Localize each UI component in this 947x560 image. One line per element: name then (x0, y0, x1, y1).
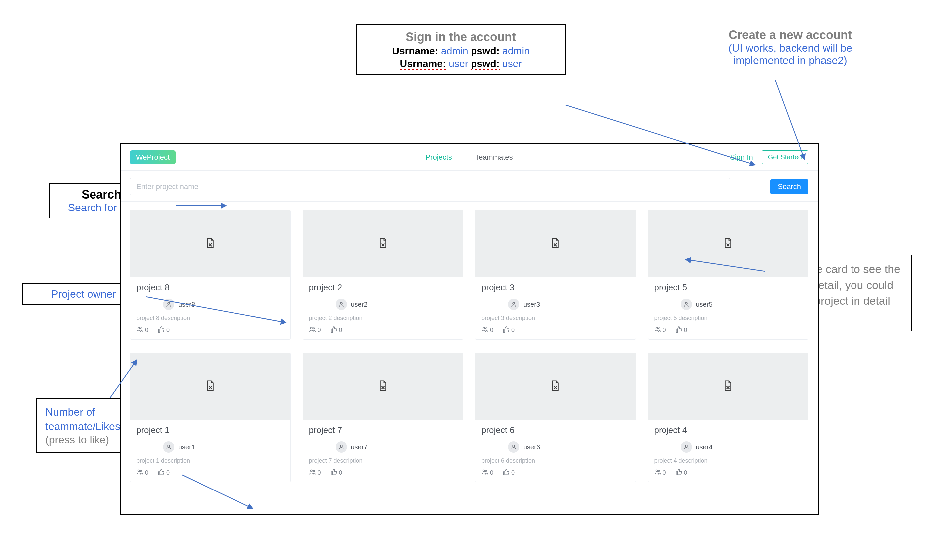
card-stats: 0 0 (136, 326, 284, 335)
likes-count: 0 (511, 326, 515, 334)
likes-count: 0 (684, 326, 688, 334)
app-frame: WeProject Projects Teammates Sign In Get… (120, 143, 819, 515)
members-stat[interactable]: 0 (136, 326, 148, 335)
callout-signin-cred1: Usrname: admin pswd: admin (366, 45, 556, 57)
signin-link[interactable]: Sign In (730, 153, 753, 162)
search-button[interactable]: Search (770, 179, 808, 194)
card-title: project 3 (481, 282, 629, 292)
card-body: project 7 user7 project 7 description 0 … (303, 420, 463, 482)
svg-point-3 (138, 327, 140, 329)
members-count: 0 (663, 326, 666, 334)
card-owner-name: user7 (351, 443, 368, 451)
members-count: 0 (145, 469, 148, 476)
members-stat[interactable]: 0 (309, 468, 321, 477)
members-count: 0 (663, 469, 666, 476)
logo[interactable]: WeProject (130, 150, 176, 164)
card-description: project 3 description (481, 315, 629, 322)
project-card[interactable]: project 3 user3 project 3 description 0 … (475, 210, 636, 340)
file-icon (205, 237, 216, 251)
likes-stat[interactable]: 0 (330, 468, 342, 477)
card-cover (130, 211, 290, 277)
team-icon (481, 326, 489, 335)
members-stat[interactable]: 0 (481, 468, 494, 477)
svg-point-34 (486, 470, 487, 472)
svg-point-33 (483, 470, 485, 472)
nav-teammates[interactable]: Teammates (475, 153, 513, 162)
avatar-icon (336, 298, 347, 310)
card-stats: 0 0 (309, 468, 457, 477)
callout-signin: Sign in the account Usrname: admin pswd:… (356, 24, 566, 75)
team-icon (481, 468, 489, 477)
search-input[interactable] (130, 178, 730, 195)
callout-signin-title: Sign in the account (366, 30, 556, 44)
thumbs-up-icon (330, 468, 338, 477)
card-body: project 8 user8 project 8 description 0 … (130, 277, 290, 339)
members-count: 0 (318, 469, 321, 476)
members-stat[interactable]: 0 (309, 326, 321, 335)
members-count: 0 (318, 326, 321, 334)
card-body: project 2 user2 project 2 description 0 … (303, 277, 463, 339)
svg-point-32 (513, 445, 515, 447)
team-icon (654, 468, 662, 477)
file-icon (722, 237, 734, 251)
team-icon (654, 326, 662, 335)
card-title: project 1 (136, 425, 284, 435)
project-card[interactable]: project 4 user4 project 4 description 0 … (648, 353, 808, 482)
members-stat[interactable]: 0 (136, 468, 148, 477)
thumbs-up-icon (503, 326, 510, 335)
avatar-icon (508, 298, 520, 310)
card-cover (303, 211, 463, 277)
svg-point-19 (658, 328, 660, 329)
project-grid-wrap: project 8 user8 project 8 description 0 … (121, 202, 817, 482)
card-title: project 5 (654, 282, 802, 292)
svg-point-28 (310, 470, 312, 472)
project-card[interactable]: project 7 user7 project 7 description 0 … (303, 353, 464, 482)
project-card[interactable]: project 8 user8 project 8 description 0 … (130, 210, 291, 340)
get-started-button[interactable]: Get Started (762, 150, 808, 164)
thumbs-up-icon (330, 326, 338, 335)
svg-point-27 (341, 445, 342, 447)
likes-stat[interactable]: 0 (158, 326, 170, 335)
svg-point-22 (168, 445, 170, 447)
svg-point-8 (310, 327, 312, 329)
svg-point-4 (140, 328, 142, 329)
card-owner-row: user7 (309, 441, 457, 452)
file-icon (377, 379, 389, 394)
callout-create-sub: (UI works, backend will be implemented i… (703, 42, 878, 66)
likes-stat[interactable]: 0 (503, 468, 515, 477)
members-count: 0 (490, 326, 494, 334)
card-body: project 4 user4 project 4 description 0 … (648, 420, 808, 482)
likes-count: 0 (684, 469, 688, 476)
team-icon (136, 468, 144, 477)
members-stat[interactable]: 0 (654, 468, 666, 477)
svg-point-2 (168, 302, 170, 304)
avatar-icon (163, 441, 174, 452)
members-count: 0 (145, 326, 148, 334)
nav-center: Projects Teammates (425, 153, 513, 162)
card-cover (475, 353, 635, 420)
members-stat[interactable]: 0 (654, 326, 666, 335)
likes-count: 0 (339, 326, 342, 334)
card-cover (130, 353, 290, 420)
project-card[interactable]: project 6 user6 project 6 description 0 … (475, 353, 636, 482)
card-stats: 0 0 (309, 326, 457, 335)
svg-point-9 (313, 328, 315, 329)
project-card[interactable]: project 5 user5 project 5 description 0 … (648, 210, 808, 340)
members-stat[interactable]: 0 (481, 326, 494, 335)
likes-stat[interactable]: 0 (676, 326, 688, 335)
card-owner-row: user3 (481, 298, 629, 310)
likes-stat[interactable]: 0 (330, 326, 342, 335)
avatar-icon (336, 441, 347, 452)
project-card[interactable]: project 1 user1 project 1 description 0 … (130, 353, 291, 482)
likes-stat[interactable]: 0 (158, 468, 170, 477)
svg-point-12 (513, 302, 515, 304)
likes-count: 0 (167, 326, 170, 334)
likes-stat[interactable]: 0 (676, 468, 688, 477)
card-stats: 0 0 (481, 326, 629, 335)
card-owner-name: user1 (178, 443, 195, 451)
card-owner-row: user4 (654, 441, 802, 452)
card-owner-name: user8 (178, 301, 195, 308)
likes-stat[interactable]: 0 (503, 326, 515, 335)
nav-projects[interactable]: Projects (425, 153, 452, 162)
project-card[interactable]: project 2 user2 project 2 description 0 … (303, 210, 464, 340)
